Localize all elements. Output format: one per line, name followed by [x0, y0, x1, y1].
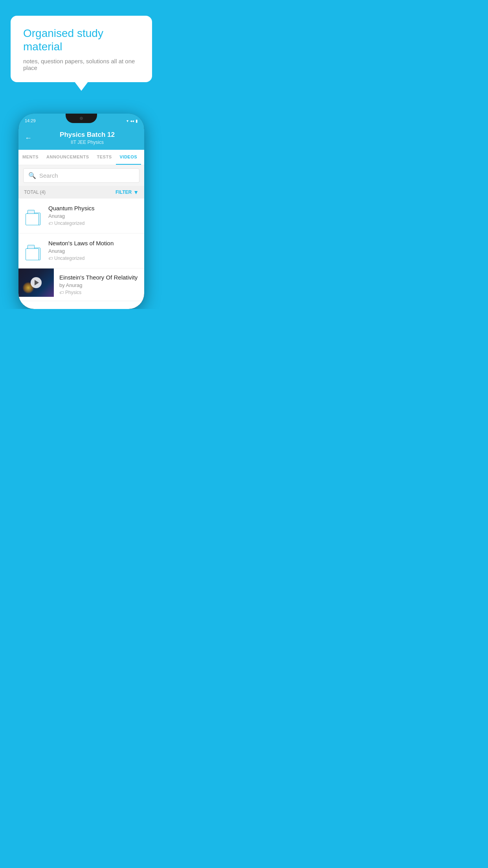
search-input[interactable]: 🔍 Search	[23, 168, 139, 183]
play-icon	[35, 280, 39, 285]
folder-icon	[26, 208, 41, 225]
content-list: Quantum Physics Anurag 🏷 Uncategorized	[18, 199, 144, 301]
list-item[interactable]: Quantum Physics Anurag 🏷 Uncategorized	[18, 199, 144, 234]
tag-icon: 🏷	[59, 290, 64, 295]
tag-label: Physics	[65, 290, 81, 295]
item-tag: 🏷 Uncategorized	[48, 256, 139, 261]
header-subtitle: IIT JEE Physics	[37, 140, 138, 145]
item-author: by Anurag	[59, 282, 139, 288]
header-center: Physics Batch 12 IIT JEE Physics	[37, 131, 138, 145]
search-container: 🔍 Search	[18, 165, 144, 186]
back-button[interactable]: ←	[25, 134, 32, 142]
status-time: 14:29	[25, 118, 36, 123]
folder-front	[26, 248, 39, 260]
folder-icon	[26, 243, 41, 260]
item-details-1: Quantum Physics Anurag 🏷 Uncategorized	[48, 205, 139, 226]
phone-wrapper: 14:29 ▾ ◂◂ ▮ ← Physics Batch 12 IIT JEE …	[0, 106, 163, 309]
play-button[interactable]	[31, 277, 42, 288]
status-bar: 14:29 ▾ ◂◂ ▮	[18, 114, 144, 128]
item-title: Einstein's Theory Of Relativity	[59, 274, 139, 281]
status-icons: ▾ ◂◂ ▮	[127, 119, 138, 123]
item-icon-2	[24, 241, 43, 262]
total-count: TOTAL (4)	[24, 189, 46, 195]
tab-announcements[interactable]: ANNOUNCEMENTS	[42, 150, 93, 165]
item-author: Anurag	[48, 248, 139, 254]
tag-icon: 🏷	[48, 256, 53, 261]
folder-front	[26, 213, 39, 225]
promo-section: Organised study material notes, question…	[0, 0, 163, 106]
tag-label: Uncategorized	[54, 256, 84, 261]
item-tag: 🏷 Physics	[59, 290, 139, 295]
item-author: Anurag	[48, 213, 139, 219]
tab-bar: MENTS ANNOUNCEMENTS TESTS VIDEOS	[18, 150, 144, 165]
filter-label: FILTER	[116, 189, 132, 195]
header-title: Physics Batch 12	[37, 131, 138, 139]
camera	[80, 117, 83, 120]
filter-button[interactable]: FILTER ▼	[116, 189, 139, 195]
item-title: Quantum Physics	[48, 205, 139, 211]
item-title: Newton's Laws of Motion	[48, 240, 139, 246]
bubble-title: Organised study material	[23, 27, 139, 53]
tag-label: Uncategorized	[54, 221, 84, 226]
item-details-3: Einstein's Theory Of Relativity by Anura…	[59, 268, 139, 301]
phone-mockup: 14:29 ▾ ◂◂ ▮ ← Physics Batch 12 IIT JEE …	[18, 114, 144, 309]
tab-tests[interactable]: TESTS	[93, 150, 116, 165]
filter-bar: TOTAL (4) FILTER ▼	[18, 186, 144, 199]
item-tag: 🏷 Uncategorized	[48, 221, 139, 226]
phone-bottom	[18, 301, 144, 309]
list-item[interactable]: Newton's Laws of Motion Anurag 🏷 Uncateg…	[18, 234, 144, 268]
tab-videos[interactable]: VIDEOS	[116, 150, 141, 165]
filter-icon: ▼	[133, 189, 139, 195]
bubble-subtitle: notes, question papers, solutions all at…	[23, 58, 139, 71]
search-placeholder: Search	[39, 172, 58, 179]
search-icon: 🔍	[28, 172, 36, 179]
item-icon-1	[24, 206, 43, 227]
wifi-icon: ▾	[127, 119, 128, 123]
tag-icon: 🏷	[48, 221, 53, 226]
signal-icon: ◂◂	[130, 119, 134, 123]
notch	[66, 114, 97, 123]
video-thumbnail	[18, 268, 54, 297]
item-details-2: Newton's Laws of Motion Anurag 🏷 Uncateg…	[48, 240, 139, 261]
list-item-thumb[interactable]: Einstein's Theory Of Relativity by Anura…	[18, 268, 144, 301]
speech-bubble: Organised study material notes, question…	[11, 16, 152, 82]
battery-icon: ▮	[136, 119, 138, 123]
app-header: ← Physics Batch 12 IIT JEE Physics	[18, 128, 144, 150]
tab-ments[interactable]: MENTS	[18, 150, 42, 165]
app-container: Organised study material notes, question…	[0, 0, 163, 309]
